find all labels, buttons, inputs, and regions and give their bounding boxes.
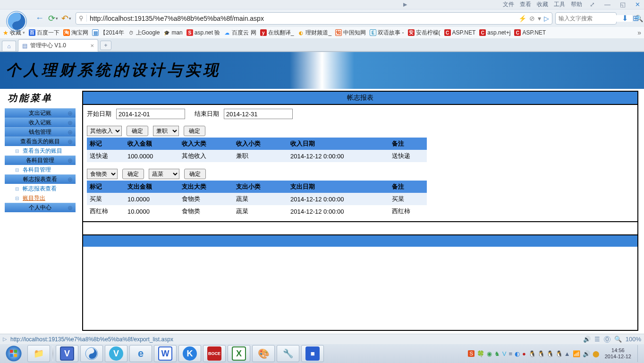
counter-badge[interactable]: 0: [604, 336, 610, 343]
tray-kugou-icon[interactable]: ◐: [515, 350, 520, 357]
start-button[interactable]: [1, 345, 26, 363]
tab-close-icon[interactable]: ×: [90, 42, 94, 49]
sidebar-item-0[interactable]: 支出记账⊕: [5, 108, 76, 118]
sidebar-subitem-8[interactable]: ⊟帐志报表查看: [5, 184, 76, 193]
compat-icon[interactable]: ⚡: [518, 15, 526, 22]
tb-app[interactable]: ▦: [301, 345, 324, 362]
bm-asp3[interactable]: CASP.NET: [514, 29, 546, 36]
income-cat-confirm[interactable]: 确定: [127, 126, 148, 136]
bm-lemon[interactable]: 安安岳柠檬(: [408, 29, 441, 37]
tray-net-icon[interactable]: ◉: [487, 350, 492, 357]
url-input[interactable]: [87, 13, 516, 24]
sidebar-item-10[interactable]: 个人中心⊕: [5, 203, 76, 212]
expense-sub-select[interactable]: 蔬菜: [149, 169, 179, 179]
sidebar-item-5[interactable]: 各科目管理⊕: [5, 156, 76, 165]
bm-translate[interactable]: y在线翻译_: [260, 29, 294, 37]
maximize-icon[interactable]: ◱: [618, 1, 627, 8]
tray-qq4-icon[interactable]: 🐧: [555, 350, 562, 357]
menu-file[interactable]: 文件: [503, 0, 514, 9]
tb-ie[interactable]: e: [129, 345, 152, 362]
browser-logo[interactable]: [0, 8, 33, 34]
sidebar-item-3[interactable]: 查看当天的账目⊕: [5, 137, 76, 146]
tray-boce-icon[interactable]: ●: [522, 350, 526, 357]
minimize-icon[interactable]: —: [602, 1, 612, 8]
chevron-down-icon[interactable]: ▾: [538, 15, 541, 22]
expense-sub-confirm[interactable]: 确定: [184, 169, 206, 179]
expense-category-select[interactable]: 食物类: [87, 169, 118, 179]
menu-fav[interactable]: 收藏: [537, 0, 548, 9]
menu-view[interactable]: 查看: [520, 0, 531, 9]
bm-google[interactable]: ⏱上Google: [128, 29, 160, 37]
income-sub-confirm[interactable]: 确定: [184, 126, 205, 136]
new-tab-button[interactable]: +: [100, 41, 111, 50]
tray-qq3-icon[interactable]: 🐧: [546, 350, 553, 357]
bm-overflow[interactable]: »: [637, 29, 641, 36]
expense-cat-confirm[interactable]: 确定: [122, 169, 144, 179]
sound-icon[interactable]: 🔊: [583, 336, 591, 343]
tray-orb-icon[interactable]: ⬤: [593, 350, 600, 357]
tb-word[interactable]: W: [154, 345, 177, 362]
tb-kugou[interactable]: K: [178, 345, 201, 362]
go-icon[interactable]: ▷: [544, 15, 549, 22]
tb-explorer[interactable]: 📁: [27, 345, 50, 362]
sidebar-subitem-4[interactable]: ⊟查看当天的账目: [5, 146, 76, 156]
bm-aspnet[interactable]: Sasp.net 验: [186, 29, 220, 37]
back-button[interactable]: ←: [34, 12, 46, 25]
menu-help[interactable]: 帮助: [571, 0, 582, 9]
close-icon[interactable]: ✕: [633, 1, 642, 8]
tb-boce[interactable]: BOCE: [203, 345, 226, 362]
zoom-icon[interactable]: 🔍: [614, 336, 622, 343]
end-date-input[interactable]: [224, 109, 293, 119]
tb-excel[interactable]: X: [228, 345, 250, 362]
bm-man[interactable]: 🎓man: [163, 29, 182, 36]
hide-tabs-icon[interactable]: ⤢: [588, 1, 597, 8]
tray-sogou-input[interactable]: S: [468, 350, 474, 357]
sidebar-subitem-6[interactable]: ⊟各科目管理: [5, 165, 76, 174]
tray-up-icon[interactable]: ▲: [564, 350, 570, 357]
tb-visio[interactable]: V: [56, 345, 78, 362]
tray-v-icon[interactable]: V: [502, 350, 507, 357]
bm-asp1[interactable]: CASP.NET: [444, 29, 476, 36]
shield-icon[interactable]: ⊘: [529, 15, 535, 22]
tray-leaf-icon[interactable]: 🍀: [477, 350, 484, 357]
apps-grid-icon[interactable]: ⊞: [630, 14, 641, 23]
bm-asp2[interactable]: Casp.net+j: [479, 29, 510, 36]
bm-finance[interactable]: ◐理财频道_: [297, 29, 331, 37]
bm-taobao[interactable]: 淘淘宝网: [63, 29, 88, 37]
start-date-input[interactable]: [116, 109, 185, 119]
sidebar-item-2[interactable]: 钱包管理⊕: [5, 127, 76, 137]
menu-tools[interactable]: 工具: [554, 0, 565, 9]
tray-qq1-icon[interactable]: 🐧: [528, 350, 535, 357]
address-bar[interactable]: ⚲ ⚡ ⊘ ▾ ▷: [76, 12, 552, 25]
home-tab[interactable]: ⌂: [2, 41, 16, 51]
tray-safe-icon[interactable]: ♞: [494, 350, 500, 357]
play-icon[interactable]: ▶: [2, 1, 407, 8]
sidebar-item-1[interactable]: 收入记账⊕: [5, 118, 76, 127]
tb-v[interactable]: V: [105, 345, 127, 362]
tray-volume-icon[interactable]: 🔊: [583, 350, 590, 357]
clock[interactable]: 14:56 2014-12-12: [602, 347, 634, 360]
download-icon[interactable]: ⬇: [619, 14, 630, 23]
status-play-icon[interactable]: ▷: [3, 336, 7, 342]
tb-sogou[interactable]: [80, 345, 103, 362]
sidebar-item-7[interactable]: 帐志报表查看⊕: [5, 174, 76, 184]
income-sub-select[interactable]: 兼职: [153, 126, 179, 136]
income-category-select[interactable]: 其他收入: [87, 126, 122, 136]
bm-baiduyun[interactable]: ☁百度云 网: [224, 29, 256, 37]
bm-story[interactable]: E双语故事 -: [370, 29, 404, 37]
show-desktop-button[interactable]: [637, 345, 642, 362]
bm-cnki[interactable]: 知中国知网: [335, 29, 366, 37]
tray-sound-icon[interactable]: ≡: [508, 350, 512, 357]
refresh-button[interactable]: ⟳▾: [47, 12, 59, 25]
page-security-icon[interactable]: ⚲: [76, 15, 87, 22]
search-box[interactable]: 🔍: [555, 12, 617, 25]
undo-button[interactable]: ↶▾: [60, 12, 72, 25]
bm-baidu[interactable]: 百百度一下: [29, 29, 59, 37]
bm-2014[interactable]: ▤【2014年: [92, 29, 124, 37]
tb-paint[interactable]: 🎨: [252, 345, 275, 362]
tray-qq2-icon[interactable]: 🐧: [537, 350, 544, 357]
sidebar-subitem-9[interactable]: ⊟账目导出: [5, 193, 76, 203]
tray-signal-icon[interactable]: 📶: [573, 350, 580, 357]
tb-tools[interactable]: 🔧: [277, 345, 299, 362]
tab-main[interactable]: ▤ 管理中心 V1.0 ×: [18, 39, 98, 52]
